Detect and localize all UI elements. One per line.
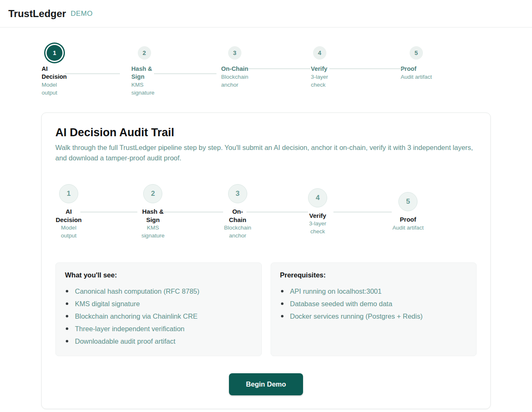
- step-circle-2: 2: [143, 184, 162, 203]
- step-title: Verify: [309, 212, 326, 220]
- step-circle-5: 5: [410, 46, 423, 60]
- list-item: API running on localhost:3001: [280, 285, 467, 297]
- prerequisites-list: API running on localhost:3001 Database s…: [280, 285, 467, 322]
- step-title: Hash & Sign: [132, 65, 157, 81]
- stepper-step-3: 3 On-Chain Blockchain anchor: [221, 42, 311, 97]
- what-youll-see-panel: What you'll see: Canonical hash computat…: [55, 262, 262, 356]
- stepper-connector: [246, 212, 308, 212]
- step-title: Verify: [311, 65, 328, 73]
- stepper-connector: [333, 212, 392, 212]
- panel-heading: Prerequisites:: [280, 271, 467, 279]
- bullet-icon: [66, 315, 68, 317]
- pipeline-stepper-top: 1 AI Decision Model output 2 Hash & Sign…: [42, 42, 490, 97]
- step-title: AI Decision: [55, 207, 82, 224]
- prerequisites-panel: Prerequisites: API running on localhost:…: [271, 262, 477, 356]
- bullet-icon: [66, 302, 68, 305]
- stepper-connector: [248, 68, 311, 69]
- list-item: Downloadable audit proof artifact: [65, 335, 252, 347]
- step-circle-3: 3: [228, 46, 241, 60]
- step-title: Proof: [400, 215, 416, 224]
- intro-card: AI Decision Audit Trail Walk through the…: [41, 112, 491, 409]
- step-subtitle: 3-layer check: [311, 73, 328, 89]
- bullet-icon: [66, 290, 68, 292]
- stepper-step-5: 5 Proof Audit artifact: [400, 42, 490, 97]
- pipeline-stepper-preview: 1 AI Decision Model output 2 Hash & Sign…: [55, 184, 477, 240]
- info-panels: What you'll see: Canonical hash computat…: [55, 262, 477, 356]
- step-subtitle: 3-layer check: [308, 220, 327, 235]
- step-subtitle: Model output: [42, 81, 61, 97]
- step-circle-3: 3: [228, 184, 247, 203]
- step-subtitle: KMS signature: [132, 81, 157, 97]
- step-circle-5: 5: [398, 192, 418, 211]
- step-title: Proof: [400, 65, 416, 73]
- step-subtitle: Model output: [59, 224, 78, 240]
- bullet-icon: [66, 340, 68, 342]
- list-item: KMS digital signature: [65, 297, 252, 310]
- list-item: Canonical hash computation (RFC 8785): [65, 285, 252, 297]
- begin-demo-button[interactable]: Begin Demo: [229, 373, 303, 395]
- what-youll-see-list: Canonical hash computation (RFC 8785) KM…: [65, 285, 252, 347]
- stepper-connector: [80, 212, 137, 212]
- stepper-step-2: 2 Hash & Sign KMS signature: [132, 42, 221, 97]
- step-title: Hash & Sign: [139, 207, 166, 224]
- app-title: TrustLedger: [8, 8, 66, 20]
- step-subtitle: Blockchain anchor: [221, 73, 248, 89]
- card-description: Walk through the full TrustLedger pipeli…: [55, 142, 477, 163]
- demo-badge: DEMO: [71, 10, 93, 18]
- list-item: Three-layer independent verification: [65, 322, 252, 335]
- stepper-connector: [65, 73, 120, 74]
- stepper-connector: [163, 212, 223, 212]
- bullet-icon: [281, 302, 283, 305]
- stepper-step-1: 1 AI Decision Model output: [42, 42, 132, 97]
- bullet-icon: [281, 315, 283, 317]
- panel-heading: What you'll see:: [65, 271, 252, 279]
- step-subtitle: Blockchain anchor: [224, 224, 251, 240]
- step-title: On-Chain: [226, 207, 249, 224]
- stepper-connector: [329, 68, 402, 69]
- step-title: On-Chain: [221, 65, 248, 73]
- list-item: Database seeded with demo data: [280, 297, 467, 310]
- list-item: Docker services running (Postgres + Redi…: [280, 310, 467, 322]
- stepper-connector: [154, 73, 216, 74]
- step-circle-4: 4: [313, 46, 326, 60]
- preview-step-5: 5 Proof Audit artifact: [393, 192, 477, 232]
- step-subtitle: Audit artifact: [393, 224, 424, 232]
- step-circle-1: 1: [59, 184, 78, 203]
- app-header: TrustLedger DEMO: [0, 0, 532, 27]
- step-subtitle: Audit artifact: [400, 73, 432, 81]
- step-circle-1: 1: [47, 45, 62, 61]
- list-item: Blockchain anchoring via Chainlink CRE: [65, 310, 252, 322]
- step-circle-4: 4: [308, 188, 327, 207]
- cta-row: Begin Demo: [55, 373, 477, 395]
- stepper-step-4: 4 Verify 3-layer check: [311, 42, 401, 97]
- bullet-icon: [66, 327, 68, 330]
- card-title: AI Decision Audit Trail: [55, 126, 477, 139]
- bullet-icon: [281, 290, 283, 292]
- step-title: AI Decision: [42, 65, 67, 81]
- step-circle-2: 2: [138, 46, 151, 60]
- step-subtitle: KMS signature: [140, 224, 166, 240]
